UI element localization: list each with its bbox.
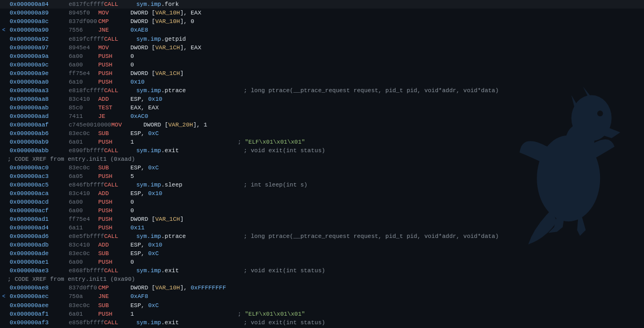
- code-line[interactable]: 0x000000a84 e817fcffff CALL sym.imp.fork: [0, 0, 644, 9]
- mnemonic: PUSH: [98, 223, 130, 232]
- address: 0x000000ae1: [10, 258, 69, 266]
- mnemonic: PUSH: [98, 215, 130, 223]
- code-line[interactable]: 0x000000a9a 6a00 PUSH 0: [0, 52, 644, 61]
- operands: 0: [130, 206, 238, 215]
- operands: DWORD [VAR_10H], EAX: [130, 9, 238, 17]
- operands: 1: [130, 310, 238, 318]
- code-line[interactable]: ; CODE XREF from entry.init1 (0xa90): [0, 275, 644, 284]
- code-line[interactable]: 0x000000ae3 e868fbffff CALL sym.imp.exit…: [0, 266, 644, 275]
- code-line[interactable]: 0x000000acf 6a00 PUSH 0: [0, 206, 644, 215]
- code-line[interactable]: 0x000000aab 85c0 TEST EAX, EAX: [0, 103, 644, 112]
- code-line[interactable]: < 0x000000a90 7556 JNE 0xAE8: [0, 26, 644, 35]
- operands: 0x10: [130, 78, 238, 86]
- code-line[interactable]: 0x000000aa3 e818fcffff CALL sym.imp.ptra…: [0, 86, 644, 95]
- code-line[interactable]: 0x000000ade 83ec0c SUB ESP, 0xC: [0, 249, 644, 258]
- address: 0x000000ac3: [10, 172, 69, 181]
- code-line[interactable]: ; CODE XREF from entry.init1 (0xaad): [0, 155, 644, 163]
- operands: 0: [130, 198, 238, 206]
- operands: 0x11: [130, 223, 238, 232]
- code-line[interactable]: 0x000000aa0 6a10 PUSH 0x10: [0, 78, 644, 86]
- code-line[interactable]: 0x000000a92 e819fcffff CALL sym.imp.getp…: [0, 35, 644, 43]
- comment: ; int sleep(int s): [244, 181, 308, 189]
- code-line[interactable]: 0x000000a9c 6a00 PUSH 0: [0, 61, 644, 69]
- code-line[interactable]: 0x000000aaf c745e0010000 MOV DWORD [VAR_…: [0, 121, 644, 129]
- operands: ESP, 0x10: [130, 95, 238, 103]
- bytes: 6a01: [69, 310, 98, 318]
- operands: EAX, EAX: [130, 103, 238, 112]
- address: 0x000000a89: [10, 9, 69, 17]
- code-line[interactable]: 0x000000af1 6a01 PUSH 1 ; "ELF\x01\x01\x…: [0, 310, 644, 318]
- address: 0x000000a92: [10, 35, 69, 43]
- jump-arrow: <: [2, 26, 10, 35]
- code-line[interactable]: < 0x000000aec 750a JNE 0xAF8: [0, 292, 644, 301]
- mnemonic: CALL: [104, 146, 136, 155]
- mnemonic: CMP: [98, 17, 130, 26]
- address: 0x000000ac5: [10, 181, 69, 189]
- code-line[interactable]: 0x000000aee 83ec0c SUB ESP, 0xC: [0, 301, 644, 310]
- mnemonic: SUB: [98, 301, 130, 310]
- bytes: 83ec0c: [69, 163, 98, 172]
- bytes: e858fbffff: [69, 318, 104, 327]
- comment: ; void exit(int status): [244, 266, 325, 275]
- code-line[interactable]: 0x000000ab9 6a01 PUSH 1 ; "ELF\x01\x01\x…: [0, 138, 644, 146]
- address: 0x000000a90: [10, 26, 69, 34]
- code-line[interactable]: 0x000000ae8 837d0ff0 CMP DWORD [VAR_10H]…: [0, 284, 644, 292]
- code-line[interactable]: 0x000000ad1 ff75e4 PUSH DWORD [VAR_1CH]: [0, 215, 644, 223]
- code-line[interactable]: 0x000000ad6 e8e5fbffff CALL sym.imp.ptra…: [0, 232, 644, 241]
- operands: 0: [130, 258, 238, 266]
- mnemonic: ADD: [98, 241, 130, 249]
- bytes: 6a00: [69, 206, 98, 215]
- operands: sym.imp.exit: [136, 318, 244, 327]
- mnemonic: CMP: [98, 284, 130, 292]
- mnemonic: ADD: [98, 95, 130, 103]
- code-line[interactable]: 0x000000acd 6a00 PUSH 0: [0, 198, 644, 206]
- bytes: 83c410: [69, 241, 98, 249]
- address: 0x000000adb: [10, 241, 69, 249]
- code-line[interactable]: 0x000000ab6 83ec0c SUB ESP, 0xC: [0, 129, 644, 138]
- code-line[interactable]: 0x000000abb e890fbffff CALL sym.imp.exit…: [0, 146, 644, 155]
- address: 0x000000a9e: [10, 69, 69, 78]
- code-line[interactable]: 0x000000adb 83c410 ADD ESP, 0x10: [0, 241, 644, 249]
- mnemonic: PUSH: [98, 61, 130, 69]
- mnemonic: SUB: [98, 249, 130, 258]
- operands: sym.imp.exit: [136, 266, 244, 275]
- address: 0x000000ae3: [10, 266, 69, 275]
- code-line[interactable]: 0x000000aca 83c410 ADD ESP, 0x10: [0, 189, 644, 198]
- code-line[interactable]: 0x000000ac3 6a05 PUSH 5: [0, 172, 644, 181]
- operands: DWORD [VAR_10H], 0: [130, 17, 238, 26]
- operands: DWORD [VAR_10H], 0xFFFFFFFF: [130, 284, 238, 292]
- address: 0x000000ae8: [10, 284, 69, 292]
- bytes: 6a00: [69, 198, 98, 206]
- bytes: 6a00: [69, 258, 98, 266]
- address: 0x000000af1: [10, 310, 69, 318]
- code-line[interactable]: 0x000000a97 8945e4 MOV DWORD [VAR_1CH], …: [0, 43, 644, 52]
- bytes: 7556: [69, 26, 98, 34]
- address: 0x000000ad6: [10, 232, 69, 241]
- code-line[interactable]: 0x000000ac0 83ec0c SUB ESP, 0xC: [0, 163, 644, 172]
- code-line[interactable]: 0x000000aad 7411 JE 0xAC0: [0, 112, 644, 121]
- mnemonic: CALL: [104, 266, 136, 275]
- code-line[interactable]: 0x000000ad4 6a11 PUSH 0x11: [0, 223, 644, 232]
- bytes: 83ec0c: [69, 249, 98, 258]
- code-line[interactable]: 0x000000ae1 6a00 PUSH 0: [0, 258, 644, 266]
- mnemonic: PUSH: [98, 52, 130, 61]
- code-line[interactable]: 0x000000ac5 e846fbffff CALL sym.imp.slee…: [0, 181, 644, 189]
- address: 0x000000ac0: [10, 163, 69, 172]
- code-line[interactable]: 0x000000aa8 83c410 ADD ESP, 0x10: [0, 95, 644, 103]
- address: 0x000000aaf: [10, 121, 69, 129]
- address: 0x000000ab6: [10, 129, 69, 138]
- bytes: e8e5fbffff: [69, 232, 104, 241]
- mnemonic: JE: [98, 112, 130, 121]
- bytes: 8945e4: [69, 43, 98, 52]
- code-line[interactable]: 0x000000a89 8945f0 MOV DWORD [VAR_10H], …: [0, 9, 644, 17]
- code-line[interactable]: 0x000000a9e ff75e4 PUSH DWORD [VAR_1CH]: [0, 69, 644, 78]
- code-line[interactable]: 0x000000a8c 837df000 CMP DWORD [VAR_10H]…: [0, 17, 644, 26]
- address: 0x000000aa3: [10, 86, 69, 95]
- bytes: 83ec0c: [69, 129, 98, 138]
- operands: 0: [130, 61, 238, 69]
- operands: 0xAE8: [130, 26, 238, 34]
- bytes: 750a: [69, 292, 98, 301]
- code-line[interactable]: 0x000000af3 e858fbffff CALL sym.imp.exit…: [0, 318, 644, 327]
- comment: ; long ptrace(__ptrace_request request, …: [244, 232, 499, 241]
- mnemonic: PUSH: [98, 310, 130, 318]
